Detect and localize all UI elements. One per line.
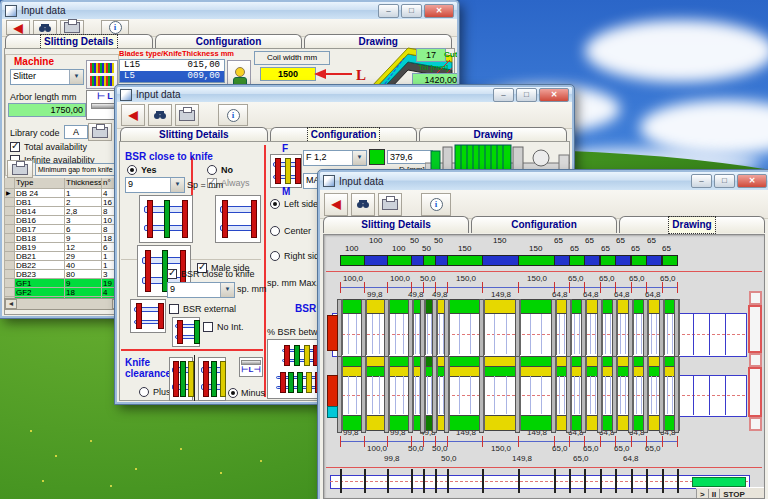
sp-select[interactable]: 9▼ [125,177,185,193]
find-button[interactable] [33,20,57,36]
table-row[interactable]: DB142,88 [4,207,123,216]
table-print-button[interactable] [7,160,33,178]
table-row[interactable]: GF2184 [4,288,123,297]
minus-radio[interactable] [228,388,238,398]
info-button[interactable]: i [218,104,248,126]
library-code-field[interactable]: A [64,125,88,139]
knife-bar [341,299,343,355]
drawing-canvas: >IISTOP 10010010050505015015015065656565… [323,234,765,499]
scroll-left-icon[interactable]: ◄ [5,299,17,309]
bsr-close2-checkbox[interactable] [167,269,177,279]
app-icon [120,89,132,101]
tab-configuration[interactable]: Configuration [155,34,303,49]
column-header[interactable]: Type [15,178,65,189]
dimension-label: 50,0 [420,274,436,283]
knife-bar [412,299,414,355]
info-button[interactable]: i [421,193,451,216]
close-button[interactable]: ✕ [737,174,767,188]
shaft-line [636,376,637,414]
back-button[interactable]: ◀ [324,193,348,216]
table-row[interactable]: DB1768 [4,225,123,234]
machine-select[interactable]: Slitter▼ [10,69,84,85]
close-button[interactable]: ✕ [539,88,569,102]
min-gap-field[interactable]: Minimum gap from knife to fi [35,163,123,176]
find-button[interactable] [148,104,172,126]
table-row[interactable]: DB21291 [4,252,123,261]
dimension-tick [482,282,483,293]
shaft-line [651,314,652,354]
table-row[interactable]: DB22401 [4,261,123,270]
f-select[interactable]: F 1,2▼ [303,150,367,166]
tab-configuration[interactable]: Configuration [471,216,617,233]
total-availability-label: Total availability [24,142,87,152]
dimension-tick [518,436,519,447]
transport-button[interactable]: II [708,489,719,499]
knife-bar [585,299,587,355]
table-row[interactable]: GF1919 [4,279,123,288]
knife-bar [678,356,680,431]
table-row[interactable]: DB1216 [4,198,123,207]
ruler-segment [615,255,631,266]
table-scrollbar[interactable]: ◄► [4,298,125,310]
minimize-button[interactable]: – [378,4,399,18]
info-button[interactable]: i [101,20,129,36]
total-availability-checkbox[interactable] [10,142,20,152]
tab-slitting-details[interactable]: Slitting Details [120,127,268,142]
tab-slitting-details[interactable]: Slitting Details [5,34,153,49]
print-button[interactable] [378,193,402,216]
table-row[interactable]: ▶DB 2414 [4,189,123,198]
bsr-yes-radio[interactable] [127,165,137,175]
titlebar[interactable]: Input data – □ ✕ [320,172,768,191]
back-button[interactable]: ◀ [121,104,145,126]
bsr-external-checkbox[interactable] [169,304,179,314]
find-button[interactable] [351,193,375,216]
shaft-line [427,314,428,354]
table-row[interactable]: DB16310 [4,216,123,225]
printer-icon [179,110,195,121]
back-button[interactable]: ◀ [6,20,30,36]
bsr-no-radio[interactable] [207,165,217,175]
table-row[interactable]: DB18918 [4,234,123,243]
tab-drawing[interactable]: Drawing [619,216,765,233]
bsr-sp-select[interactable]: 9▼ [167,282,235,298]
tab-slitting-details[interactable]: Slitting Details [323,216,469,233]
spacer-block [389,415,410,431]
knife-bar [647,299,649,355]
left-side-radio[interactable] [270,199,280,209]
minimize-button[interactable]: – [493,88,514,102]
spacer-block [389,299,410,314]
table-cell: 3 [65,216,102,225]
separator-line [326,271,762,272]
right-side-radio[interactable] [270,251,280,261]
no-int-checkbox[interactable] [203,322,213,332]
cloud [585,20,768,82]
titlebar[interactable]: Input data – □ ✕ [2,2,457,20]
column-header[interactable]: Thickness [65,178,102,189]
transport-button[interactable]: STOP [719,489,748,499]
tab-drawing[interactable]: Drawing [419,127,567,142]
shaft-line [636,314,637,354]
minimize-button[interactable]: – [691,174,712,188]
print-button[interactable] [175,104,199,126]
plus-radio[interactable] [139,387,149,397]
center-radio[interactable] [270,226,280,236]
library-print-button[interactable] [88,123,112,141]
dimension-tick [340,282,341,293]
transport-button[interactable]: > [696,489,708,499]
shaft-line [541,314,542,354]
maximize-button[interactable]: □ [401,4,422,18]
maximize-button[interactable]: □ [714,174,735,188]
blades-row[interactable]: L15015,00 [120,60,224,71]
arbor-length-field[interactable]: 1750,00 [8,103,86,117]
table-row[interactable]: DB19126 [4,243,123,252]
tab-configuration[interactable]: Configuration [270,127,418,142]
blades-row[interactable]: L5009,00 [120,71,224,82]
spacer-block [449,366,482,377]
machine-type-icon[interactable] [86,60,118,89]
f-label: F [282,143,288,154]
close-button[interactable]: ✕ [424,4,454,18]
titlebar[interactable]: Input data – □ ✕ [117,87,572,103]
maximize-button[interactable]: □ [516,88,537,102]
table-row[interactable]: DB23803 [4,270,123,279]
print-button[interactable] [60,20,84,36]
